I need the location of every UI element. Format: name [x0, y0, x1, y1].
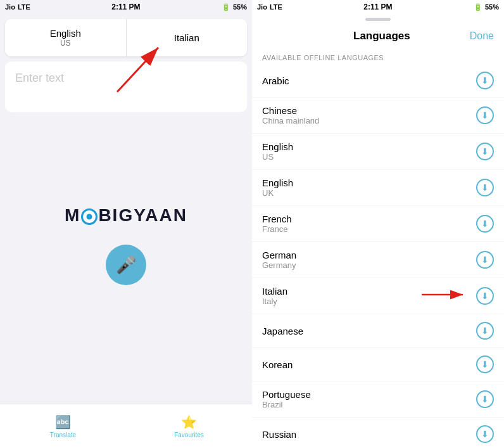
lang-region: France [262, 224, 292, 234]
language-list: Arabic ⬇ Chinese China mainland ⬇ Englis… [252, 64, 504, 448]
lang-region: Brazil [262, 400, 311, 409]
battery-pct-left: 55% [233, 3, 247, 11]
time-left: 2:11 PM [111, 3, 140, 11]
nav-favourites-label: Favourites [174, 432, 204, 438]
download-korean[interactable]: ⬇ [476, 355, 494, 373]
carrier-right: Jio LTE [257, 3, 282, 11]
download-portuguese[interactable]: ⬇ [476, 390, 494, 408]
italian-arrow-indicator [422, 287, 472, 305]
list-item: Chinese China mainland ⬇ [252, 98, 504, 134]
microphone-icon: 🎤 [116, 255, 136, 275]
lang-region: Italy [262, 297, 287, 306]
source-lang-name: English [11, 28, 120, 39]
lang-info-arabic: Arabic [262, 75, 289, 86]
target-lang-name: Italian [133, 32, 241, 43]
favourites-icon: ⭐ [181, 414, 197, 430]
status-bar-left: Jio LTE 2:11 PM 🔋 55% [0, 0, 252, 14]
status-left: Jio LTE [5, 3, 30, 11]
language-list-inner: Arabic ⬇ Chinese China mainland ⬇ Englis… [252, 64, 504, 448]
section-header: AVAILABLE OFFLINE LANGUAGES [252, 50, 504, 64]
lang-info-italian: Italian Italy [262, 286, 287, 306]
lang-name: Russian [262, 429, 296, 440]
list-item: Portuguese Brazil ⬇ [252, 381, 504, 418]
list-item: Korean ⬇ [252, 348, 504, 381]
panel-title: Languages [294, 30, 470, 42]
target-language-button[interactable]: Italian [127, 19, 248, 56]
download-english-uk[interactable]: ⬇ [476, 179, 494, 196]
battery-right: 🔋 55% [474, 3, 499, 11]
list-item: German Germany ⬇ [252, 242, 504, 278]
app-logo: M BIGYAAN [65, 205, 187, 226]
status-bar-right: Jio LTE 2:11 PM 🔋 55% [252, 0, 504, 14]
text-placeholder: Enter text [15, 72, 64, 84]
lang-name: Portuguese [262, 389, 311, 400]
lang-name: English [262, 177, 293, 188]
lang-info-portuguese: Portuguese Brazil [262, 389, 311, 409]
lang-region: US [262, 152, 293, 162]
download-arabic[interactable]: ⬇ [476, 72, 494, 89]
list-item-italian: Italian Italy ⬇ [252, 278, 504, 314]
left-panel: Jio LTE 2:11 PM 🔋 55% English US Italian [0, 0, 252, 448]
nav-translate-label: Translate [50, 432, 76, 438]
lang-name: Japanese [262, 326, 303, 336]
source-lang-region: US [11, 39, 120, 48]
network-left: LTE [18, 3, 30, 11]
done-button[interactable]: Done [470, 30, 494, 42]
lang-name: Italian [262, 286, 287, 297]
download-german[interactable]: ⬇ [476, 251, 494, 269]
carrier-left: Jio [5, 3, 15, 11]
modal-handle [365, 18, 391, 21]
microphone-button[interactable]: 🎤 [106, 245, 146, 285]
text-input-area[interactable]: Enter text [5, 61, 247, 112]
lang-info-german: German Germany [262, 250, 296, 270]
list-item: English UK ⬇ [252, 170, 504, 206]
lang-info-japanese: Japanese [262, 326, 303, 336]
lang-name: Korean [262, 359, 293, 370]
lang-info-korean: Korean [262, 359, 293, 370]
download-italian[interactable]: ⬇ [476, 287, 494, 305]
time-right: 2:11 PM [363, 3, 392, 11]
battery-icon-right: 🔋 [474, 3, 482, 11]
translate-icon: 🔤 [55, 414, 71, 430]
source-language-button[interactable]: English US [5, 19, 127, 56]
lang-info-english-uk: English UK [262, 177, 293, 198]
list-item: English US ⬇ [252, 134, 504, 170]
lang-info-russian: Russian [262, 429, 296, 440]
lang-info-english-us: English US [262, 141, 293, 162]
download-chinese[interactable]: ⬇ [476, 106, 494, 124]
battery-icon-left: 🔋 [222, 3, 230, 11]
languages-header: Languages Done [252, 25, 504, 50]
download-french[interactable]: ⬇ [476, 215, 494, 233]
lang-name: French [262, 214, 292, 224]
right-panel: Jio LTE 2:11 PM 🔋 55% Languages Done AVA… [252, 0, 504, 448]
download-english-us[interactable]: ⬇ [476, 143, 494, 160]
lang-name: English [262, 141, 293, 152]
lang-name: Arabic [262, 75, 289, 86]
lang-region: Germany [262, 260, 296, 270]
lang-info-french: French France [262, 214, 292, 234]
lang-region: China mainland [262, 116, 319, 125]
download-russian[interactable]: ⬇ [476, 425, 494, 443]
lang-name: German [262, 250, 296, 260]
lang-region: UK [262, 188, 293, 198]
list-item: French France ⬇ [252, 206, 504, 242]
bottom-navigation: 🔤 Translate ⭐ Favourites [0, 404, 252, 448]
nav-favourites[interactable]: ⭐ Favourites [126, 404, 252, 448]
lang-info-chinese: Chinese China mainland [262, 105, 319, 125]
list-item: Arabic ⬇ [252, 64, 504, 98]
list-item: Japanese ⬇ [252, 314, 504, 348]
download-japanese[interactable]: ⬇ [476, 322, 494, 340]
logo-area: M BIGYAAN 🎤 [0, 112, 252, 404]
status-right-left: 🔋 55% [222, 3, 247, 11]
list-item: Russian ⬇ [252, 418, 504, 448]
lang-name: Chinese [262, 105, 319, 116]
nav-translate[interactable]: 🔤 Translate [0, 404, 126, 448]
language-selector: English US Italian [5, 19, 247, 56]
